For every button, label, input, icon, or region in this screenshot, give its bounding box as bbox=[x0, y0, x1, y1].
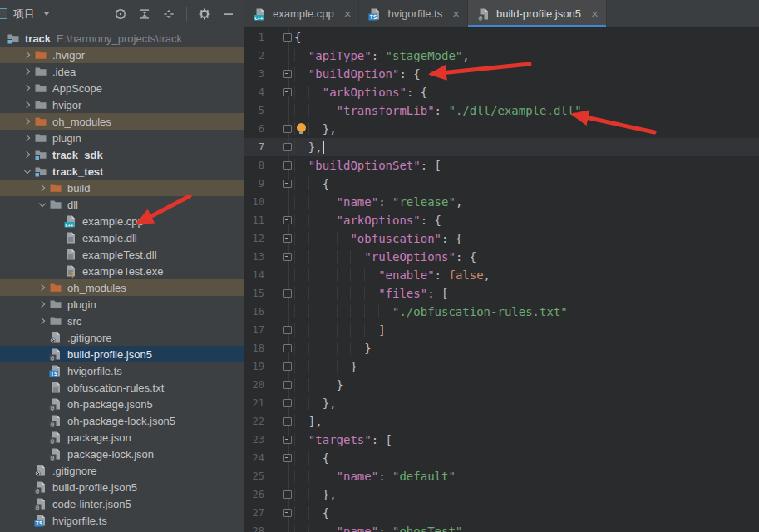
code-line[interactable]: 14 "enable": false, bbox=[244, 266, 759, 284]
tree-item[interactable]: dll bbox=[0, 196, 244, 213]
hide-icon[interactable] bbox=[222, 7, 235, 21]
code-line[interactable]: 16 "./obfuscation-rules.txt" bbox=[244, 303, 759, 321]
locate-icon[interactable] bbox=[114, 7, 127, 21]
tree-item[interactable]: @build-profile.json5 bbox=[0, 346, 244, 362]
code-editor[interactable]: 1{2 "apiType": "stageMode",3 "buildOptio… bbox=[244, 28, 759, 532]
tree-item[interactable]: obfuscation-rules.txt bbox=[0, 379, 244, 396]
code-line[interactable]: 19 } bbox=[244, 357, 759, 376]
chevron-down-icon[interactable] bbox=[22, 165, 34, 178]
code-line[interactable]: 23 "targets": [ bbox=[244, 431, 759, 449]
tree-item[interactable]: example.dll bbox=[0, 229, 244, 246]
tree-item[interactable]: build bbox=[0, 180, 244, 196]
code-line[interactable]: 21 }, bbox=[244, 394, 759, 412]
chevron-right-icon[interactable] bbox=[22, 131, 34, 145]
fold-end-icon[interactable] bbox=[283, 362, 292, 371]
tree-item[interactable]: oh_modules bbox=[0, 113, 244, 130]
code-line[interactable]: 1{ bbox=[244, 28, 759, 47]
fold-collapse-icon[interactable] bbox=[283, 180, 292, 188]
tree-item[interactable]: hvigor bbox=[0, 96, 244, 113]
fold-collapse-icon[interactable] bbox=[283, 216, 292, 224]
code-line[interactable]: 28 "name": "ohosTest" bbox=[244, 522, 759, 532]
tree-item[interactable]: oh_modules bbox=[0, 279, 244, 296]
editor-tab[interactable]: @build-profile.json5× bbox=[468, 0, 607, 27]
code-line[interactable]: 22 ], bbox=[244, 412, 759, 431]
tree-item[interactable]: @build-profile.json5 bbox=[0, 479, 244, 495]
intention-bulb-icon[interactable] bbox=[297, 123, 306, 132]
tree-item[interactable]: track_sdk bbox=[0, 146, 244, 163]
fold-end-icon[interactable] bbox=[283, 490, 292, 499]
code-line[interactable]: 3 "buildOption": { bbox=[244, 65, 759, 83]
fold-end-icon[interactable] bbox=[283, 125, 292, 133]
chevron-right-icon[interactable] bbox=[37, 314, 49, 328]
chevron-right-icon[interactable] bbox=[22, 65, 34, 78]
fold-end-icon[interactable] bbox=[283, 143, 292, 151]
fold-end-icon[interactable] bbox=[283, 381, 292, 389]
editor-tab[interactable]: TShvigorfile.ts× bbox=[359, 0, 468, 27]
tree-item[interactable]: @oh-package-lock.json5 bbox=[0, 412, 244, 429]
chevron-right-icon[interactable] bbox=[22, 98, 34, 111]
fold-collapse-icon[interactable] bbox=[283, 436, 292, 444]
fold-collapse-icon[interactable] bbox=[283, 253, 292, 261]
tree-item[interactable]: @package.json bbox=[0, 429, 244, 446]
fold-end-icon[interactable] bbox=[283, 344, 292, 352]
code-line[interactable]: 12 "obfuscation": { bbox=[244, 229, 759, 248]
collapse-all-icon[interactable] bbox=[162, 7, 175, 21]
tree-item[interactable]: exampleTest.dll bbox=[0, 246, 244, 263]
fold-end-icon[interactable] bbox=[283, 399, 292, 407]
chevron-down-icon[interactable] bbox=[37, 198, 49, 211]
fold-collapse-icon[interactable] bbox=[283, 33, 292, 42]
expand-all-icon[interactable] bbox=[138, 7, 151, 21]
tree-item[interactable]: track_test bbox=[0, 163, 244, 180]
tree-item[interactable]: AppScope bbox=[0, 80, 244, 96]
fold-collapse-icon[interactable] bbox=[283, 454, 292, 462]
chevron-right-icon[interactable] bbox=[37, 298, 49, 311]
code-line[interactable]: 10 "name": "release", bbox=[244, 193, 759, 211]
tree-item[interactable]: @oh-package.json5 bbox=[0, 396, 244, 412]
fold-end-icon[interactable] bbox=[283, 417, 292, 426]
tree-item[interactable]: @package-lock.json bbox=[0, 446, 244, 462]
project-view-selector[interactable]: 项目 bbox=[13, 7, 50, 22]
fold-collapse-icon[interactable] bbox=[283, 234, 292, 243]
tree-item[interactable]: C++example.cpp bbox=[0, 213, 244, 229]
code-line[interactable]: 20 } bbox=[244, 376, 759, 394]
tree-item[interactable]: @code-linter.json5 bbox=[0, 495, 244, 512]
code-line[interactable]: 4 "arkOptions": { bbox=[244, 83, 759, 101]
fold-end-icon[interactable] bbox=[283, 326, 292, 334]
code-line[interactable]: 5 "transformLib": "./dll/example.dll", bbox=[244, 101, 759, 120]
code-line[interactable]: 18 } bbox=[244, 339, 759, 357]
chevron-right-icon[interactable] bbox=[22, 81, 34, 95]
code-line[interactable]: 6 }, bbox=[244, 120, 759, 138]
fold-collapse-icon[interactable] bbox=[283, 88, 292, 96]
tree-item[interactable]: src bbox=[0, 313, 244, 329]
close-icon[interactable]: × bbox=[591, 7, 599, 20]
tree-item[interactable]: .idea bbox=[0, 63, 244, 80]
chevron-right-icon[interactable] bbox=[22, 115, 34, 128]
tree-item[interactable]: ?exampleTest.exe bbox=[0, 263, 244, 279]
fold-collapse-icon[interactable] bbox=[283, 509, 292, 517]
code-line[interactable]: 8 "buildOptionSet": [ bbox=[244, 156, 759, 175]
tree-item[interactable]: plugin bbox=[0, 130, 244, 146]
chevron-right-icon[interactable] bbox=[37, 281, 49, 294]
close-icon[interactable]: × bbox=[344, 7, 352, 20]
tree-item[interactable]: .gitignore bbox=[0, 462, 244, 479]
code-line[interactable]: 15 "files": [ bbox=[244, 284, 759, 303]
code-line[interactable]: 9 { bbox=[244, 175, 759, 193]
tree-item[interactable]: TShvigorfile.ts bbox=[0, 362, 244, 379]
code-line[interactable]: 17 ] bbox=[244, 321, 759, 339]
tree-item[interactable]: .hvigor bbox=[0, 47, 244, 63]
code-line[interactable]: 11 "arkOptions": { bbox=[244, 211, 759, 229]
editor-tab[interactable]: C++example.cpp× bbox=[244, 0, 359, 27]
tree-item[interactable]: TShvigorfile.ts bbox=[0, 512, 244, 529]
tree-item[interactable]: plugin bbox=[0, 296, 244, 313]
chevron-right-icon[interactable] bbox=[22, 148, 34, 161]
settings-gear-icon[interactable] bbox=[198, 7, 211, 21]
fold-collapse-icon[interactable] bbox=[283, 289, 292, 298]
code-line[interactable]: 7 }, bbox=[244, 138, 759, 156]
code-line[interactable]: 2 "apiType": "stageMode", bbox=[244, 47, 759, 65]
code-line[interactable]: 27 { bbox=[244, 504, 759, 522]
code-line[interactable]: 13 "ruleOptions": { bbox=[244, 248, 759, 266]
chevron-right-icon[interactable] bbox=[22, 48, 34, 62]
fold-collapse-icon[interactable] bbox=[283, 70, 292, 78]
tree-item[interactable]: .gitignore bbox=[0, 329, 244, 346]
close-icon[interactable]: × bbox=[452, 7, 460, 20]
